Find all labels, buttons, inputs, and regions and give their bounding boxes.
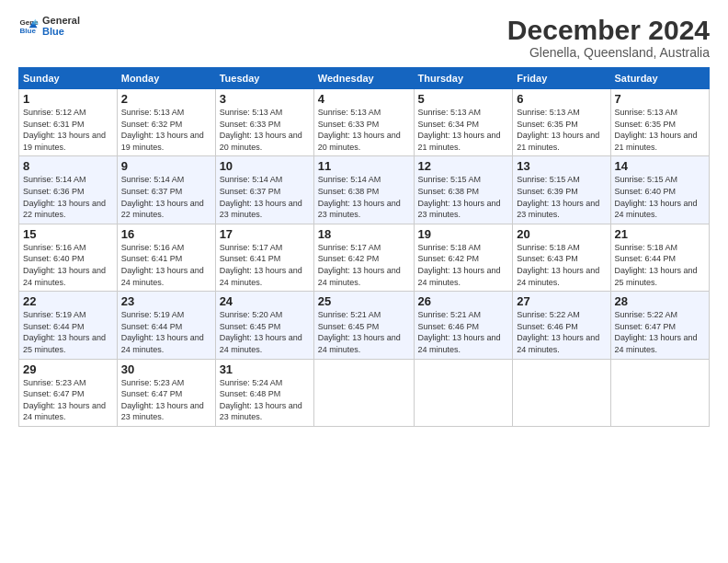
calendar-cell: 19 Sunrise: 5:18 AMSunset: 6:42 PMDaylig… bbox=[414, 224, 513, 291]
calendar-cell: 30 Sunrise: 5:23 AMSunset: 6:47 PMDaylig… bbox=[117, 359, 215, 426]
calendar-cell: 28 Sunrise: 5:22 AMSunset: 6:47 PMDaylig… bbox=[610, 292, 709, 359]
calendar-cell bbox=[513, 359, 610, 426]
header-sunday: Sunday bbox=[19, 68, 118, 89]
day-number: 19 bbox=[418, 227, 509, 241]
title-area: December 2024 Glenella, Queensland, Aust… bbox=[507, 15, 710, 60]
day-info: Sunrise: 5:20 AMSunset: 6:45 PMDaylight:… bbox=[220, 310, 302, 354]
day-number: 12 bbox=[418, 159, 509, 173]
day-number: 3 bbox=[220, 92, 310, 106]
day-info: Sunrise: 5:24 AMSunset: 6:48 PMDaylight:… bbox=[220, 378, 302, 422]
day-info: Sunrise: 5:22 AMSunset: 6:46 PMDaylight:… bbox=[517, 310, 599, 354]
day-number: 24 bbox=[220, 294, 310, 308]
day-info: Sunrise: 5:21 AMSunset: 6:45 PMDaylight:… bbox=[318, 310, 401, 354]
day-info: Sunrise: 5:18 AMSunset: 6:42 PMDaylight:… bbox=[418, 243, 501, 287]
day-number: 8 bbox=[23, 159, 113, 173]
calendar-cell: 8 Sunrise: 5:14 AMSunset: 6:36 PMDayligh… bbox=[19, 156, 118, 224]
calendar-cell: 31 Sunrise: 5:24 AMSunset: 6:48 PMDaylig… bbox=[215, 359, 313, 426]
day-number: 6 bbox=[517, 92, 606, 106]
calendar-cell: 3 Sunrise: 5:13 AMSunset: 6:33 PMDayligh… bbox=[215, 89, 313, 156]
day-number: 25 bbox=[318, 294, 410, 308]
calendar-cell bbox=[610, 359, 709, 426]
day-info: Sunrise: 5:13 AMSunset: 6:33 PMDaylight:… bbox=[318, 108, 401, 152]
day-info: Sunrise: 5:13 AMSunset: 6:34 PMDaylight:… bbox=[418, 108, 501, 152]
calendar-cell: 16 Sunrise: 5:16 AMSunset: 6:41 PMDaylig… bbox=[117, 224, 215, 291]
calendar-cell: 27 Sunrise: 5:22 AMSunset: 6:46 PMDaylig… bbox=[513, 292, 610, 359]
calendar-cell: 4 Sunrise: 5:13 AMSunset: 6:33 PMDayligh… bbox=[313, 89, 414, 156]
header-friday: Friday bbox=[513, 68, 610, 89]
day-number: 27 bbox=[517, 294, 606, 308]
day-number: 21 bbox=[615, 227, 705, 241]
week-row-5: 29 Sunrise: 5:23 AMSunset: 6:47 PMDaylig… bbox=[19, 359, 710, 426]
day-number: 13 bbox=[517, 159, 606, 173]
day-info: Sunrise: 5:17 AMSunset: 6:41 PMDaylight:… bbox=[220, 243, 302, 287]
calendar-cell: 11 Sunrise: 5:14 AMSunset: 6:38 PMDaylig… bbox=[313, 156, 414, 224]
day-number: 31 bbox=[220, 362, 310, 376]
header-row: Sunday Monday Tuesday Wednesday Thursday… bbox=[19, 68, 710, 89]
header-wednesday: Wednesday bbox=[313, 68, 414, 89]
calendar-cell: 18 Sunrise: 5:17 AMSunset: 6:42 PMDaylig… bbox=[313, 224, 414, 291]
day-info: Sunrise: 5:13 AMSunset: 6:35 PMDaylight:… bbox=[517, 108, 599, 152]
calendar-cell: 2 Sunrise: 5:13 AMSunset: 6:32 PMDayligh… bbox=[117, 89, 215, 156]
day-info: Sunrise: 5:15 AMSunset: 6:40 PMDaylight:… bbox=[615, 175, 698, 219]
week-row-2: 8 Sunrise: 5:14 AMSunset: 6:36 PMDayligh… bbox=[19, 156, 710, 224]
calendar-cell bbox=[313, 359, 414, 426]
day-number: 20 bbox=[517, 227, 606, 241]
day-number: 16 bbox=[121, 227, 211, 241]
day-info: Sunrise: 5:14 AMSunset: 6:38 PMDaylight:… bbox=[318, 175, 401, 219]
day-number: 30 bbox=[121, 362, 211, 376]
day-info: Sunrise: 5:22 AMSunset: 6:47 PMDaylight:… bbox=[615, 310, 698, 354]
day-info: Sunrise: 5:14 AMSunset: 6:37 PMDaylight:… bbox=[121, 175, 204, 219]
svg-text:Blue: Blue bbox=[19, 27, 36, 35]
day-number: 4 bbox=[318, 92, 410, 106]
day-number: 18 bbox=[318, 227, 410, 241]
calendar-cell: 21 Sunrise: 5:18 AMSunset: 6:44 PMDaylig… bbox=[610, 224, 709, 291]
calendar-cell: 5 Sunrise: 5:13 AMSunset: 6:34 PMDayligh… bbox=[414, 89, 513, 156]
header-tuesday: Tuesday bbox=[215, 68, 313, 89]
calendar-cell: 26 Sunrise: 5:21 AMSunset: 6:46 PMDaylig… bbox=[414, 292, 513, 359]
day-info: Sunrise: 5:14 AMSunset: 6:37 PMDaylight:… bbox=[220, 175, 302, 219]
calendar-cell: 6 Sunrise: 5:13 AMSunset: 6:35 PMDayligh… bbox=[513, 89, 610, 156]
calendar-cell: 24 Sunrise: 5:20 AMSunset: 6:45 PMDaylig… bbox=[215, 292, 313, 359]
logo-icon: General Blue bbox=[18, 16, 39, 36]
logo: General Blue General Blue bbox=[18, 15, 80, 37]
day-info: Sunrise: 5:12 AMSunset: 6:31 PMDaylight:… bbox=[23, 108, 106, 152]
calendar-cell: 22 Sunrise: 5:19 AMSunset: 6:44 PMDaylig… bbox=[19, 292, 118, 359]
day-info: Sunrise: 5:19 AMSunset: 6:44 PMDaylight:… bbox=[121, 310, 204, 354]
day-info: Sunrise: 5:23 AMSunset: 6:47 PMDaylight:… bbox=[23, 378, 106, 422]
day-info: Sunrise: 5:21 AMSunset: 6:46 PMDaylight:… bbox=[418, 310, 501, 354]
header: General Blue General Blue December 2024 … bbox=[18, 15, 710, 60]
calendar-header: Sunday Monday Tuesday Wednesday Thursday… bbox=[19, 68, 710, 89]
calendar-cell: 1 Sunrise: 5:12 AMSunset: 6:31 PMDayligh… bbox=[19, 89, 118, 156]
day-info: Sunrise: 5:16 AMSunset: 6:41 PMDaylight:… bbox=[121, 243, 204, 287]
day-info: Sunrise: 5:13 AMSunset: 6:33 PMDaylight:… bbox=[220, 108, 302, 152]
day-info: Sunrise: 5:13 AMSunset: 6:32 PMDaylight:… bbox=[121, 108, 204, 152]
calendar-cell: 17 Sunrise: 5:17 AMSunset: 6:41 PMDaylig… bbox=[215, 224, 313, 291]
calendar-table: Sunday Monday Tuesday Wednesday Thursday… bbox=[18, 67, 710, 427]
header-saturday: Saturday bbox=[610, 68, 709, 89]
day-info: Sunrise: 5:18 AMSunset: 6:43 PMDaylight:… bbox=[517, 243, 599, 287]
day-number: 2 bbox=[121, 92, 211, 106]
calendar-cell: 12 Sunrise: 5:15 AMSunset: 6:38 PMDaylig… bbox=[414, 156, 513, 224]
calendar-cell: 10 Sunrise: 5:14 AMSunset: 6:37 PMDaylig… bbox=[215, 156, 313, 224]
day-info: Sunrise: 5:15 AMSunset: 6:39 PMDaylight:… bbox=[517, 175, 599, 219]
calendar-cell: 25 Sunrise: 5:21 AMSunset: 6:45 PMDaylig… bbox=[313, 292, 414, 359]
day-info: Sunrise: 5:15 AMSunset: 6:38 PMDaylight:… bbox=[418, 175, 501, 219]
page: General Blue General Blue December 2024 … bbox=[0, 0, 728, 563]
day-number: 17 bbox=[220, 227, 310, 241]
day-number: 5 bbox=[418, 92, 509, 106]
logo-wordmark: General Blue bbox=[42, 15, 80, 37]
main-title: December 2024 bbox=[507, 15, 710, 45]
day-info: Sunrise: 5:17 AMSunset: 6:42 PMDaylight:… bbox=[318, 243, 401, 287]
day-number: 15 bbox=[23, 227, 113, 241]
day-info: Sunrise: 5:23 AMSunset: 6:47 PMDaylight:… bbox=[121, 378, 204, 422]
week-row-4: 22 Sunrise: 5:19 AMSunset: 6:44 PMDaylig… bbox=[19, 292, 710, 359]
header-monday: Monday bbox=[117, 68, 215, 89]
day-info: Sunrise: 5:14 AMSunset: 6:36 PMDaylight:… bbox=[23, 175, 106, 219]
calendar-cell: 14 Sunrise: 5:15 AMSunset: 6:40 PMDaylig… bbox=[610, 156, 709, 224]
day-info: Sunrise: 5:13 AMSunset: 6:35 PMDaylight:… bbox=[615, 108, 698, 152]
week-row-1: 1 Sunrise: 5:12 AMSunset: 6:31 PMDayligh… bbox=[19, 89, 710, 156]
day-number: 7 bbox=[615, 92, 705, 106]
week-row-3: 15 Sunrise: 5:16 AMSunset: 6:40 PMDaylig… bbox=[19, 224, 710, 291]
day-number: 23 bbox=[121, 294, 211, 308]
day-number: 28 bbox=[615, 294, 705, 308]
